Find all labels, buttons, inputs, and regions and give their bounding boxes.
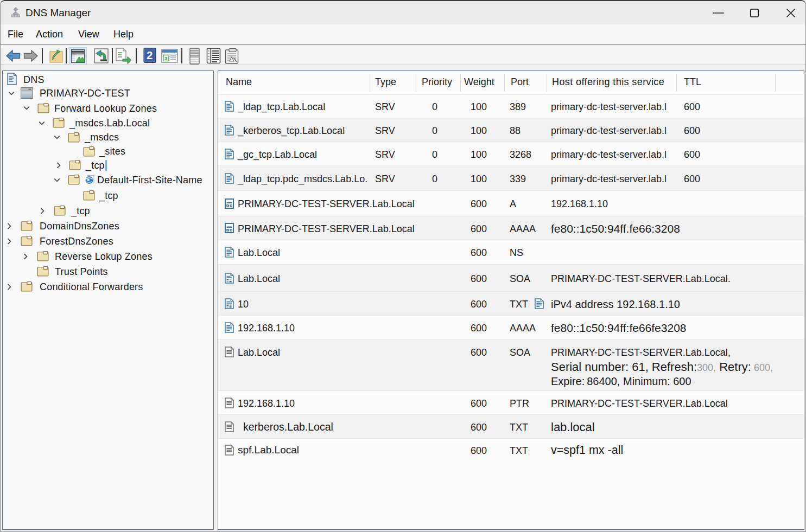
svg-text:3: 3 [164, 56, 167, 61]
svg-text:2: 2 [147, 49, 153, 61]
